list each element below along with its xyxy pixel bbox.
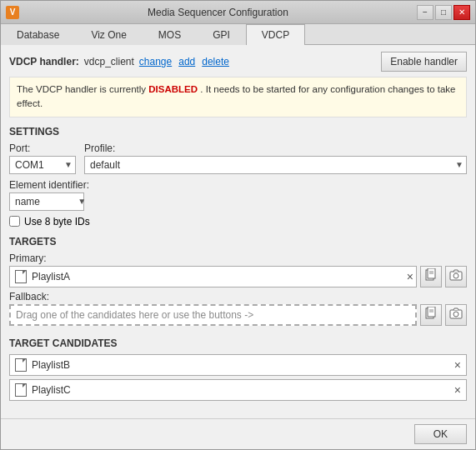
disabled-badge: DISABLED (148, 84, 198, 94)
primary-camera-button[interactable] (445, 266, 467, 288)
tab-vdcp[interactable]: VDCP (246, 24, 305, 45)
handler-links: change add delete (139, 56, 229, 68)
primary-value: PlaylistA (32, 271, 70, 282)
settings-port-profile-row: Port: COM1 COM2 COM3 ▼ Profile: (9, 142, 467, 174)
tab-database[interactable]: Database (1, 24, 75, 45)
primary-input[interactable]: PlaylistA (9, 266, 417, 288)
main-window: V Media Sequencer Configuration − □ ✕ Da… (0, 0, 476, 450)
fallback-camera-button[interactable] (445, 304, 467, 326)
element-label: Element identifier: (9, 179, 89, 191)
candidate-remove-c[interactable]: × (454, 384, 461, 396)
targets-title: TARGETS (9, 236, 467, 248)
fallback-field-group: Fallback: Drag one of the candidates her… (9, 291, 467, 326)
element-select[interactable]: name id (9, 192, 84, 211)
targets-section: TARGETS Primary: PlaylistA × (9, 236, 467, 329)
primary-copy-button[interactable] (420, 266, 442, 288)
settings-title: SETTINGS (9, 126, 467, 138)
tab-viz-one[interactable]: Viz One (75, 24, 142, 45)
primary-row: PlaylistA × (9, 266, 467, 288)
profile-select[interactable]: default (84, 156, 467, 174)
candidates-title: TARGET CANDIDATES (9, 338, 467, 349)
settings-element-row: Element identifier: name id ▼ (9, 179, 467, 211)
candidate-item-playlistb: PlaylistB × (9, 354, 467, 376)
add-link[interactable]: add (178, 56, 195, 68)
title-bar: V Media Sequencer Configuration − □ ✕ (1, 1, 475, 24)
settings-section: SETTINGS Port: COM1 COM2 COM3 ▼ Profile: (9, 126, 467, 228)
window-title: Media Sequencer Configuration (19, 7, 417, 18)
camera-icon (449, 269, 463, 283)
fallback-label: Fallback: (9, 291, 467, 302)
candidate-doc-icon-c (15, 383, 27, 397)
port-select-wrapper: COM1 COM2 COM3 ▼ (9, 156, 76, 174)
profile-label: Profile: (84, 142, 467, 154)
primary-label: Primary: (9, 252, 467, 264)
profile-select-wrapper: default ▼ (84, 156, 467, 174)
enable-handler-button[interactable]: Enable handler (381, 52, 467, 72)
element-field-group: Element identifier: name id ▼ (9, 179, 89, 211)
app-icon: V (6, 6, 19, 19)
close-button[interactable]: ✕ (453, 5, 470, 20)
fallback-camera-icon (449, 308, 463, 322)
restore-button[interactable]: □ (435, 5, 452, 20)
change-link[interactable]: change (139, 56, 172, 68)
element-select-wrapper: name id ▼ (9, 192, 89, 211)
fallback-input[interactable]: Drag one of the candidates here or use t… (9, 304, 417, 326)
handler-label: VDCP handler: (9, 56, 79, 68)
handler-info: VDCP handler: vdcp_client change add del… (9, 56, 229, 68)
candidate-item-playlistc: PlaylistC × (9, 379, 467, 401)
fallback-placeholder: Drag one of the candidates here or use t… (16, 309, 253, 321)
fallback-copy-icon (425, 307, 437, 322)
candidate-name-b: PlaylistB (32, 359, 449, 371)
profile-field-group: Profile: default ▼ (84, 142, 467, 174)
tabs-bar: Database Viz One MOS GPI VDCP (1, 24, 475, 45)
warning-box: The VDCP handler is currently DISABLED .… (9, 77, 467, 118)
candidates-section: TARGET CANDIDATES PlaylistB × PlaylistC … (9, 338, 467, 412)
primary-clear-button[interactable]: × (407, 271, 413, 282)
primary-input-wrapper: PlaylistA × (9, 266, 417, 288)
fallback-copy-button[interactable] (420, 304, 442, 326)
minimize-button[interactable]: − (417, 5, 433, 20)
candidate-remove-b[interactable]: × (454, 359, 461, 371)
copy-icon (425, 268, 437, 284)
port-label: Port: (9, 142, 76, 154)
port-field-group: Port: COM1 COM2 COM3 ▼ (9, 142, 76, 174)
main-content: VDCP handler: vdcp_client change add del… (1, 45, 475, 418)
use-8byte-row: Use 8 byte IDs (9, 216, 467, 228)
primary-field-group: Primary: PlaylistA × (9, 252, 467, 288)
use-8byte-label: Use 8 byte IDs (24, 216, 90, 228)
use-8byte-checkbox[interactable] (9, 216, 20, 227)
footer: OK (1, 418, 475, 449)
handler-name: vdcp_client (84, 56, 134, 68)
fallback-input-wrapper: Drag one of the candidates here or use t… (9, 304, 417, 326)
tab-mos[interactable]: MOS (143, 24, 197, 45)
handler-row: VDCP handler: vdcp_client change add del… (9, 52, 467, 72)
fallback-row: Drag one of the candidates here or use t… (9, 304, 467, 326)
port-select[interactable]: COM1 COM2 COM3 (9, 156, 76, 174)
candidate-doc-icon-b (15, 358, 27, 372)
ok-button[interactable]: OK (414, 424, 467, 444)
delete-link[interactable]: delete (202, 56, 229, 68)
tab-gpi[interactable]: GPI (197, 24, 246, 45)
primary-doc-icon (15, 270, 27, 283)
window-controls: − □ ✕ (417, 5, 470, 20)
candidate-name-c: PlaylistC (32, 384, 449, 396)
warning-prefix: The VDCP handler is currently (17, 84, 146, 94)
